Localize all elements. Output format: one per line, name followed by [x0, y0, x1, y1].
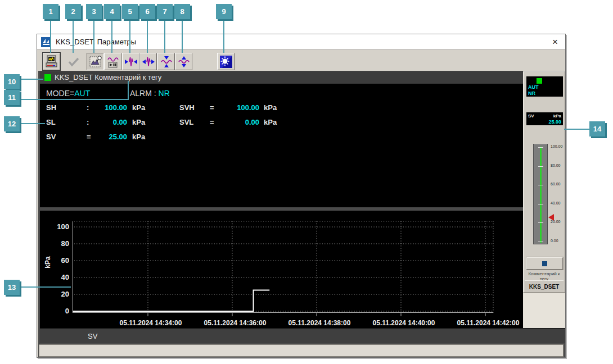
- callout-10-line: [20, 79, 43, 80]
- callout-12-label: 12: [8, 120, 16, 128]
- gauge-scale-label: 0.00: [551, 239, 565, 243]
- close-icon[interactable]: ×: [549, 37, 561, 48]
- tag-header-text: KKS_DSET Комментарий к тегу: [55, 73, 161, 81]
- pause-trend-button[interactable]: [104, 53, 121, 70]
- faceplate-value-unit: kPa: [553, 113, 561, 119]
- toolbar: [37, 50, 565, 71]
- callout-12-line: [20, 123, 45, 124]
- compress-scale-button[interactable]: [157, 53, 175, 70]
- expand-scale-button[interactable]: [175, 53, 192, 70]
- callout-8-line: [182, 19, 183, 53]
- compress-scale-icon: [160, 55, 173, 69]
- param-label: SV: [46, 133, 56, 141]
- callout-11-line-vertical: [128, 81, 129, 100]
- tag-status-indicator: [44, 74, 51, 81]
- callout-8[interactable]: 8: [174, 4, 190, 19]
- expand-time-button[interactable]: [139, 53, 157, 70]
- x-tick-label: 05.11.2024 14:38:00: [280, 319, 359, 327]
- callout-7[interactable]: 7: [157, 4, 173, 19]
- callout-5[interactable]: 5: [122, 4, 138, 19]
- faceplate-status-box: AUT NR: [526, 76, 563, 97]
- accept-icon: [67, 55, 80, 69]
- faceplate-value: 25.00: [548, 119, 561, 125]
- y-tick-label: 80: [47, 239, 69, 248]
- status-bar: [39, 344, 564, 357]
- callout-9-line: [223, 19, 224, 53]
- x-tick-label: 05.11.2024 14:34:00: [111, 319, 190, 327]
- setpoint-marker-icon: [548, 214, 554, 221]
- faceplate-panel: AUT NR SV kPa 25.00 100.00 80.00 60.00 4…: [523, 71, 565, 293]
- callout-3[interactable]: 3: [86, 4, 102, 19]
- y-tick-label: 60: [47, 256, 69, 265]
- legend-series-label[interactable]: SV: [88, 332, 97, 340]
- parameters-window: KKS_DSET. Параметры ×: [37, 34, 566, 358]
- mode-label: MODE=: [46, 89, 74, 98]
- gauge-bar: [540, 147, 542, 243]
- alarm-label: ALRM :: [130, 89, 156, 98]
- alarm-value: NR: [159, 89, 170, 98]
- callout-1[interactable]: 1: [43, 4, 58, 19]
- gauge-scale-label: 40.00: [551, 201, 565, 205]
- param-unit: kPa: [132, 103, 145, 112]
- callout-6-label: 6: [145, 7, 149, 16]
- callout-4-label: 4: [110, 7, 114, 16]
- callout-6[interactable]: 6: [139, 4, 155, 19]
- param-value: 100.00: [88, 103, 127, 112]
- print-screen-icon: [45, 55, 58, 69]
- gauge-tick: [538, 222, 543, 223]
- mode-value: AUT: [74, 89, 90, 98]
- callout-13[interactable]: 13: [4, 280, 20, 295]
- snapshot-icon: [89, 55, 102, 69]
- y-tick-label: 20: [47, 290, 69, 298]
- callout-14[interactable]: 14: [589, 121, 605, 136]
- callout-2-line: [73, 19, 74, 53]
- window-title: KKS_DSET. Параметры: [56, 38, 136, 46]
- tag-parameters-panel: KKS_DSET Комментарий к тегу MODE=AUT ALR…: [40, 71, 524, 207]
- faceplate-tag-name: KKS_DSET: [525, 280, 564, 292]
- callout-12[interactable]: 12: [4, 116, 20, 131]
- gauge-tick: [538, 185, 543, 185]
- compress-time-button[interactable]: [122, 53, 139, 70]
- param-unit: kPa: [264, 118, 277, 126]
- param-label: SVL: [179, 118, 193, 126]
- title-bar: KKS_DSET. Параметры ×: [37, 34, 565, 50]
- callout-14-line: [564, 129, 589, 130]
- gauge-scale-label: 100.00: [551, 144, 565, 148]
- contrast-button[interactable]: [217, 53, 235, 70]
- mode-field: MODE=AUT: [46, 89, 90, 98]
- alarm-field: ALRM : NR: [130, 89, 170, 98]
- faceplate-status-indicator: [537, 78, 542, 84]
- callout-11[interactable]: 11: [4, 90, 20, 105]
- callout-2[interactable]: 2: [65, 4, 81, 19]
- gauge-tick: [538, 147, 543, 148]
- param-unit: kPa: [264, 103, 277, 112]
- accept-button[interactable]: [65, 53, 82, 70]
- callout-13-label: 13: [8, 283, 16, 292]
- param-unit: kPa: [132, 133, 145, 141]
- x-tick-label: 05.11.2024 14:40:00: [364, 319, 443, 327]
- param-separator: =: [210, 118, 214, 126]
- callout-1-line: [50, 19, 51, 53]
- faceplate-alarm-value: NR: [528, 90, 535, 96]
- y-tick-label: 0: [47, 307, 69, 315]
- callout-3-label: 3: [92, 7, 96, 16]
- callout-4-line: [111, 19, 112, 53]
- callout-10[interactable]: 10: [4, 74, 20, 89]
- param-label: SVH: [179, 103, 195, 112]
- pause-trend-icon: [106, 55, 120, 69]
- callout-13-line: [20, 286, 71, 288]
- faceplate-stop-button[interactable]: [526, 257, 563, 270]
- callout-9[interactable]: 9: [216, 4, 232, 19]
- screenshot-root: { "callouts": { "items": ["1","2","3","4…: [0, 0, 613, 364]
- tag-header-bar: KKS_DSET Комментарий к тегу: [40, 71, 524, 84]
- callout-4[interactable]: 4: [104, 4, 120, 19]
- expand-time-icon: [142, 55, 155, 69]
- x-tick-label: 05.11.2024 14:36:00: [196, 319, 274, 327]
- faceplate-value-box: SV kPa 25.00: [526, 112, 563, 125]
- callout-7-line: [164, 19, 165, 53]
- faceplate-mode-value: AUT: [528, 84, 539, 90]
- snapshot-button[interactable]: [87, 53, 104, 70]
- print-screen-button[interactable]: [43, 53, 60, 70]
- callout-2-label: 2: [71, 7, 75, 16]
- trend-plot-area[interactable]: [73, 221, 494, 318]
